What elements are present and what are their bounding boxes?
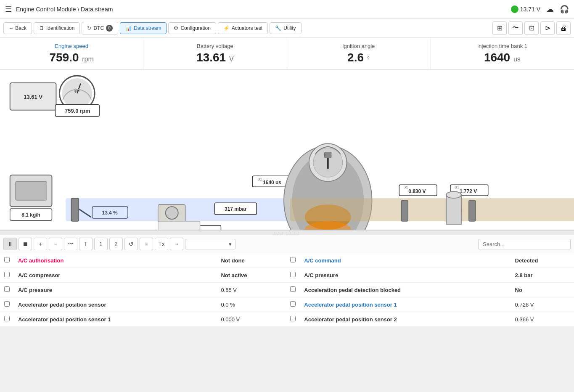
sensor-name: Accelerator pedal position sensor 1: [14, 312, 217, 327]
dropdown-selector[interactable]: ▾: [185, 239, 235, 249]
row-checkbox-2[interactable]: [286, 268, 300, 283]
data-table: A/C authorisation Not done A/C command D…: [0, 253, 574, 327]
identification-icon: 🗒: [39, 25, 44, 31]
next-button[interactable]: →: [170, 238, 183, 250]
export-button[interactable]: ⊳: [540, 21, 555, 35]
top-bar-right: 13.71 V ☁ 🎧: [511, 5, 569, 14]
svg-rect-50: [158, 221, 200, 230]
svg-text:B1: B1: [257, 177, 262, 181]
row-checkbox[interactable]: [0, 297, 14, 312]
sensor-value: Not active: [217, 268, 286, 283]
sensor-value-2: 0.366 V: [511, 312, 574, 327]
nav-bar: ← Back 🗒 Identification ↻ DTC 0 📊 Data s…: [0, 19, 574, 38]
utility-button[interactable]: 🔧 Utility: [270, 22, 301, 34]
row-checkbox-2[interactable]: [286, 297, 300, 312]
top-bar: ☰ Engine Control Module \ Data stream 13…: [0, 0, 574, 19]
dtc-icon: ↻: [87, 25, 91, 31]
actuators-test-button[interactable]: ⚡ Actuators test: [218, 22, 268, 34]
dtc-badge: 0: [106, 25, 113, 32]
minus-button[interactable]: −: [49, 238, 62, 250]
svg-rect-47: [71, 198, 79, 221]
pause-button[interactable]: ⏸: [3, 238, 17, 250]
menu-icon[interactable]: ☰: [5, 5, 12, 14]
table-row: A/C compressor Not active A/C pressure 2…: [0, 268, 574, 283]
svg-text:317 mbar: 317 mbar: [225, 206, 247, 212]
text-button[interactable]: T: [79, 238, 93, 250]
table-row: Accelerator pedal position sensor 1 0.00…: [0, 312, 574, 327]
svg-text:13.61 V: 13.61 V: [24, 94, 42, 100]
svg-rect-32: [325, 152, 331, 158]
stat-battery-voltage: Battery voltage 13.61 V: [143, 38, 287, 69]
svg-text:0.830 V: 0.830 V: [408, 188, 426, 194]
row-checkbox[interactable]: [0, 253, 14, 268]
sensor-value-2: Detected: [511, 253, 574, 268]
configuration-button[interactable]: ⚙ Configuration: [168, 22, 216, 34]
print-button[interactable]: 🖨: [556, 21, 571, 35]
voltage-value: 13.71 V: [520, 6, 540, 13]
headphone-icon[interactable]: 🎧: [560, 5, 569, 14]
table-row: Accelerator pedal position sensor 0.0 % …: [0, 297, 574, 312]
sensor-name: Accelerator pedal position sensor: [14, 297, 217, 312]
sensor-name-2: A/C command: [300, 253, 511, 268]
gauge-view-button[interactable]: ⊡: [524, 21, 539, 35]
svg-text:1640 us: 1640 us: [263, 180, 281, 185]
stat-label-ignition: Ignition angle: [294, 43, 423, 49]
search-input[interactable]: [478, 239, 571, 249]
svg-rect-43: [446, 195, 461, 224]
voltage-status: 13.71 V: [511, 5, 540, 13]
back-button[interactable]: ← Back: [3, 22, 32, 34]
stat-engine-speed: Engine speed 759.0 rpm: [0, 38, 143, 69]
row-checkbox-2[interactable]: [286, 312, 300, 327]
sensor-value-2: 0.728 V: [511, 297, 574, 312]
sensor-value: 0.000 V: [217, 312, 286, 327]
plus-button[interactable]: +: [34, 238, 47, 250]
engine-diagram-svg: 13.61 V rpm 759.0 rpm 8.1 kg/h 16.5 °C 1…: [0, 70, 574, 230]
table-row: A/C pressure 0.55 V Acceleration pedal d…: [0, 283, 574, 297]
row-checkbox-2[interactable]: [286, 253, 300, 268]
sensor-name: A/C compressor: [14, 268, 217, 283]
sensor-name-2: Acceleration pedal detection blocked: [300, 283, 511, 297]
sensor-value: Not done: [217, 253, 286, 268]
top-bar-title: Engine Control Module \ Data stream: [16, 6, 113, 13]
list-button[interactable]: ≡: [140, 238, 153, 250]
identification-button[interactable]: 🗒 Identification: [34, 22, 80, 34]
stat-ignition-angle: Ignition angle 2.6 °: [287, 38, 431, 69]
refresh-button[interactable]: ↺: [124, 238, 138, 250]
num2-button[interactable]: 2: [109, 238, 123, 250]
row-checkbox-2[interactable]: [286, 283, 300, 297]
wave-view-button[interactable]: 〜: [508, 21, 523, 35]
cloud-icon[interactable]: ☁: [546, 5, 554, 14]
stat-value-ignition: 2.6 °: [294, 51, 423, 64]
sensor-value-2: No: [511, 283, 574, 297]
clear-button[interactable]: Tx: [155, 238, 168, 250]
data-stream-icon: 📊: [125, 25, 132, 31]
stat-value-engine-speed: 759.0 rpm: [7, 51, 136, 64]
stat-label-battery: Battery voltage: [150, 43, 280, 49]
dtc-button[interactable]: ↻ DTC 0: [82, 22, 118, 34]
grid-view-button[interactable]: ⊞: [492, 21, 507, 35]
wave-button[interactable]: 〜: [64, 238, 77, 250]
sensor-name-2: A/C pressure: [300, 268, 511, 283]
row-checkbox[interactable]: [0, 268, 14, 283]
svg-rect-11: [16, 181, 47, 200]
data-stream-button[interactable]: 📊 Data stream: [120, 22, 167, 34]
panel-resizer[interactable]: · · · · · · ·: [0, 230, 574, 235]
svg-text:B1: B1: [455, 185, 459, 189]
config-icon: ⚙: [174, 25, 178, 31]
table-row: A/C authorisation Not done A/C command D…: [0, 253, 574, 268]
svg-text:8.1 kg/h: 8.1 kg/h: [21, 212, 40, 218]
stat-label-engine-speed: Engine speed: [7, 43, 136, 49]
sensor-name-2: Accelerator pedal position sensor 1: [300, 297, 511, 312]
svg-text:759.0 rpm: 759.0 rpm: [65, 108, 90, 114]
engine-diagram-area: 13.61 V rpm 759.0 rpm 8.1 kg/h 16.5 °C 1…: [0, 70, 574, 230]
stats-row: Engine speed 759.0 rpm Battery voltage 1…: [0, 38, 574, 70]
resizer-dots: · · · · · · ·: [274, 230, 300, 235]
status-dot: [511, 5, 518, 13]
row-checkbox[interactable]: [0, 283, 14, 297]
sensor-value-2: 2.8 bar: [511, 268, 574, 283]
stop-button[interactable]: ⏹: [19, 238, 32, 250]
actuators-icon: ⚡: [223, 25, 230, 31]
row-checkbox[interactable]: [0, 312, 14, 327]
num1-button[interactable]: 1: [94, 238, 108, 250]
sensor-value: 0.55 V: [217, 283, 286, 297]
